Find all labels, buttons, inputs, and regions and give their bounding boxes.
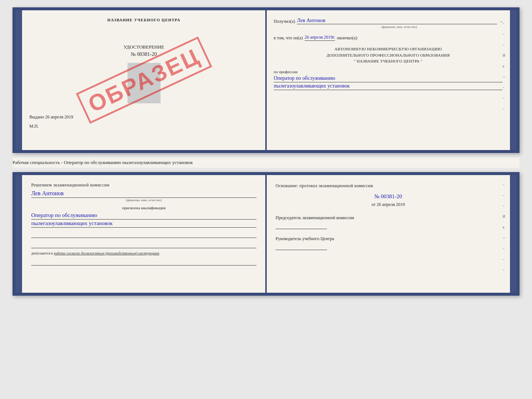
dopusk-text: работе согласно должностным (производств… (54, 251, 159, 255)
rukovoditel-sign-line (276, 244, 327, 250)
osnovanie-label: Основание: протокол экзаменационной коми… (276, 182, 501, 189)
top-left-page: НАЗВАНИЕ УЧЕБНОГО ЦЕНТРА ОБРАЗЕЦ УДОСТОВ… (22, 10, 266, 150)
okonchil-label: окончил(а) (337, 35, 357, 41)
vydano-line: Выдано 26 апреля 2019 (29, 114, 258, 120)
top-right-page: Получил(а) Лев Антонов – (фамилия, имя, … (266, 10, 510, 150)
vydano-date: 26 апреля 2019 (45, 114, 73, 120)
udostoverenie-label: УДОСТОВЕРЕНИЕ (29, 44, 258, 50)
po-professii: по профессии (274, 70, 503, 74)
bottom-right-page: Основание: протокол экзаменационной коми… (266, 175, 510, 293)
org-line3: " НАЗВАНИЕ УЧЕБНОГО ЦЕНТРА " (274, 58, 503, 64)
photo-placeholder (127, 63, 161, 103)
bottom-fio-name: Лев Антонов (31, 190, 256, 198)
predsedatel-sign-line (276, 223, 327, 229)
middle-text: Рабочая специальность - Оператор по обсл… (12, 157, 520, 168)
org-block: АВТОНОМНУЮ НЕКОММЕРЧЕСКУЮ ОРГАНИЗАЦИЮ ДО… (274, 46, 503, 64)
blank-line3 (31, 259, 256, 266)
poluchil-label: Получил(а) (274, 19, 295, 24)
vtom-date: 26 апреля 2019г. (305, 35, 335, 41)
blank-line2 (31, 242, 256, 248)
vydano-prefix: Выдано (29, 114, 44, 120)
poluchil-line: Получил(а) Лев Антонов – (274, 18, 503, 24)
udostoverenie-number: № 00381-20 (29, 51, 258, 57)
rukovoditel-label: Руководитель учебного Центра (276, 236, 501, 242)
org-line2: ДОПОЛНИТЕЛЬНОГО ПРОФЕССИОНАЛЬНОГО ОБРАЗО… (274, 52, 503, 58)
ot-line: от 26 апреля 2019 (276, 202, 501, 207)
spine-left (15, 10, 22, 150)
spine-right (510, 10, 517, 150)
poluchil-fio-sub: (фамилия, имя, отчество) (296, 25, 503, 29)
resheniem-label: Решением экзаменационной комиссии (31, 182, 256, 188)
ot-date: 26 апреля 2019 (377, 202, 405, 207)
protocol-number: № 00381-20 (276, 193, 501, 200)
profession-line2: пылегазоулавливающих установок (274, 83, 503, 90)
kvalif-line2: пылегазоулавливающих установок (31, 220, 256, 228)
vtom-line: в том, что он(а) 26 апреля 2019г. окончи… (274, 35, 503, 41)
bottom-spine-left (15, 175, 22, 293)
top-document-book: НАЗВАНИЕ УЧЕБНОГО ЦЕНТРА ОБРАЗЕЦ УДОСТОВ… (12, 7, 520, 153)
ot-prefix: от (371, 202, 375, 207)
right-dashes: – – – И а ← – – – (503, 21, 506, 111)
profession-line1: Оператор по обслуживанию (274, 75, 503, 82)
prisvoena-label: присвоена квалификация (31, 206, 256, 210)
page-wrapper: НАЗВАНИЕ УЧЕБНОГО ЦЕНТРА ОБРАЗЕЦ УДОСТОВ… (12, 7, 520, 296)
dopuskaetsya-line: допускается к работе согласно должностны… (31, 251, 256, 255)
dopusk-prefix: допускается к (31, 251, 53, 255)
predsedatel-label: Председатель экзаменационной комиссии (276, 215, 501, 221)
blank-line1 (31, 231, 256, 238)
vtom-label: в том, что он(а) (274, 35, 303, 41)
poluchil-name: Лев Антонов (297, 18, 497, 24)
bottom-right-dashes: – – – И а ← – – – (503, 182, 506, 272)
kvalif-line1: Оператор по обслуживанию (31, 212, 256, 220)
mp-line: М.П. (29, 124, 258, 129)
bottom-spine-right (510, 175, 517, 293)
bottom-document-book: Решением экзаменационной комиссии Лев Ан… (12, 172, 520, 296)
bottom-fio-sub: (фамилия, имя, отчество) (31, 198, 256, 202)
top-left-title: НАЗВАНИЕ УЧЕБНОГО ЦЕНТРА (29, 18, 258, 22)
bottom-left-page: Решением экзаменационной комиссии Лев Ан… (22, 175, 266, 293)
org-line1: АВТОНОМНУЮ НЕКОММЕРЧЕСКУЮ ОРГАНИЗАЦИЮ (274, 46, 503, 52)
